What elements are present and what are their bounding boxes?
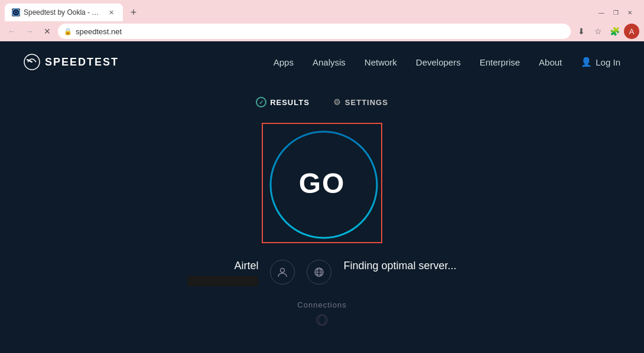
go-text: GO	[299, 167, 346, 200]
site-nav: SPEEDTEST Apps Analysis Network Develope…	[0, 41, 644, 83]
tab-close-button[interactable]: ✕	[106, 8, 116, 17]
forward-button[interactable]: →	[22, 24, 37, 38]
website-content: SPEEDTEST Apps Analysis Network Develope…	[0, 41, 644, 353]
info-row: Airtel Finding optimal se	[187, 260, 456, 286]
logo-text: SPEEDTEST	[45, 56, 119, 68]
extensions-icon[interactable]: 🧩	[607, 24, 622, 38]
minimize-button[interactable]: —	[597, 8, 606, 17]
bookmark-icon[interactable]: ☆	[591, 24, 605, 38]
nav-network[interactable]: Network	[365, 57, 397, 67]
tab-favicon	[12, 8, 20, 17]
server-info: Finding optimal server...	[343, 260, 456, 272]
svg-point-4	[281, 269, 285, 273]
nav-apps[interactable]: Apps	[274, 57, 294, 67]
active-tab[interactable]: Speedtest by Ookla - The Globa ✕	[5, 4, 123, 21]
results-label: RESULTS	[270, 98, 310, 107]
globe-icon	[307, 260, 331, 285]
download-icon[interactable]: ⬇	[574, 24, 588, 38]
login-label: Log In	[596, 57, 620, 67]
svg-point-0	[12, 9, 19, 16]
go-button[interactable]: GO	[263, 124, 381, 242]
nav-developers[interactable]: Developers	[416, 57, 461, 67]
settings-gear-icon: ⚙	[333, 97, 341, 107]
server-status: Finding optimal server...	[343, 260, 456, 272]
speedtest-logo-icon	[24, 54, 40, 70]
url-display: speedtest.net	[76, 27, 565, 36]
reload-button[interactable]: ✕	[40, 24, 54, 38]
profile-avatar[interactable]: A	[624, 24, 639, 39]
user-icon: 👤	[581, 57, 592, 67]
user-circle-icon	[270, 260, 295, 285]
settings-tab[interactable]: ⚙ SETTINGS	[328, 95, 393, 109]
back-button[interactable]: ←	[5, 24, 19, 38]
lock-icon: 🔒	[64, 28, 72, 35]
main-content: ✓ RESULTS ⚙ SETTINGS	[0, 83, 644, 353]
nav-links: Apps Analysis Network Developers Enterpr…	[274, 57, 620, 67]
nav-analysis[interactable]: Analysis	[313, 57, 346, 67]
address-bar-row: ← → ✕ 🔒 speedtest.net ⬇ ☆ 🧩 A	[0, 21, 644, 41]
window-controls: — ❐ ✕	[597, 8, 639, 17]
isp-name: Airtel	[234, 260, 258, 272]
nav-enterprise[interactable]: Enterprise	[480, 57, 520, 67]
site-logo[interactable]: SPEEDTEST	[24, 54, 119, 70]
connections-icon	[310, 314, 334, 326]
restore-button[interactable]: ❐	[611, 8, 620, 17]
tab-bar: Speedtest by Ookla - The Globa ✕ + — ❐ ✕	[0, 0, 644, 21]
nav-login[interactable]: 👤 Log In	[581, 57, 620, 67]
browser-chrome: Speedtest by Ookla - The Globa ✕ + — ❐ ✕…	[0, 0, 644, 41]
connections-label: Connections	[297, 300, 346, 309]
settings-label: SETTINGS	[345, 98, 388, 107]
tab-title: Speedtest by Ookla - The Globa	[24, 8, 103, 17]
speed-test-circle-wrapper: GO	[263, 124, 381, 242]
connections-section: Connections	[297, 300, 346, 326]
results-check-icon: ✓	[256, 97, 266, 107]
new-tab-button[interactable]: +	[125, 4, 142, 21]
nav-about[interactable]: About	[539, 57, 562, 67]
isp-masked-data	[187, 276, 258, 286]
toolbar-actions: ⬇ ☆ 🧩 A	[574, 24, 639, 39]
close-button[interactable]: ✕	[625, 8, 635, 17]
isp-info: Airtel	[187, 260, 258, 286]
results-tab[interactable]: ✓ RESULTS	[251, 94, 314, 110]
tabs-row: ✓ RESULTS ⚙ SETTINGS	[251, 94, 393, 110]
address-bar[interactable]: 🔒 speedtest.net	[58, 24, 571, 39]
